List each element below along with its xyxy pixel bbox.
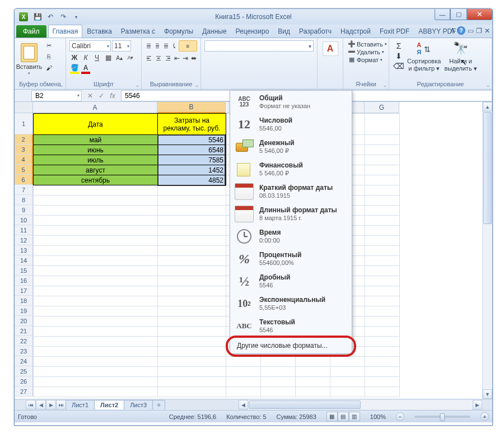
- rowhead-27[interactable]: 27: [15, 387, 33, 397]
- rowhead-19[interactable]: 19: [15, 306, 33, 316]
- align-center-button[interactable]: [155, 53, 162, 63]
- sheet-tab-1[interactable]: Лист1: [66, 400, 95, 409]
- help-icon[interactable]: ?: [457, 26, 465, 35]
- align-right-button[interactable]: [164, 53, 172, 63]
- fill-icon[interactable]: ⬇: [394, 52, 404, 60]
- format-fraction[interactable]: ½ Дробный5546: [230, 270, 352, 292]
- colhead-a[interactable]: A: [33, 102, 157, 113]
- format-general[interactable]: ABC 123 ОбщийФормат не указан: [230, 91, 352, 113]
- sheet-nav-last[interactable]: ⏭: [56, 400, 66, 409]
- rowhead-22[interactable]: 22: [15, 336, 33, 346]
- new-sheet-button[interactable]: ✧: [152, 400, 165, 410]
- cell-a5[interactable]: август: [34, 165, 158, 175]
- clear-icon[interactable]: ⌫: [394, 62, 404, 71]
- cell-b6[interactable]: 4852: [158, 175, 226, 185]
- format-scientific[interactable]: 102 Экспоненциальный5,55E+03: [230, 292, 352, 315]
- format-long-date[interactable]: Длинный формат даты8 марта 1915 г.: [230, 203, 352, 225]
- qat-redo-icon[interactable]: ↷: [58, 11, 69, 22]
- zoom-slider[interactable]: [414, 416, 470, 418]
- scroll-right-button[interactable]: ▶: [473, 400, 482, 409]
- sheet-nav-prev[interactable]: ◀: [36, 400, 46, 409]
- cell-b1[interactable]: Затраты нарекламу, тыс. руб.: [158, 114, 226, 135]
- rowhead-1[interactable]: 1: [15, 113, 33, 134]
- cell-a1[interactable]: Дата: [34, 114, 158, 135]
- zoom-in-button[interactable]: +: [480, 412, 489, 421]
- format-time[interactable]: Время0:00:00: [230, 225, 352, 248]
- zoom-level[interactable]: 100%: [370, 413, 386, 420]
- align-left-button[interactable]: [145, 53, 153, 63]
- cell-a3[interactable]: июнь: [34, 145, 158, 155]
- maximize-button[interactable]: ▢: [450, 9, 467, 20]
- insert-cells-button[interactable]: ➕Вставить▾: [348, 40, 384, 48]
- shrink-font-button[interactable]: A▾: [125, 53, 136, 63]
- minimize-button[interactable]: —: [435, 9, 450, 20]
- rowhead-23[interactable]: 23: [15, 346, 33, 356]
- tab-home[interactable]: Главная: [48, 25, 83, 38]
- tab-developer[interactable]: Разработч: [295, 25, 336, 38]
- tab-foxit[interactable]: Foxit PDF: [375, 25, 414, 38]
- enter-formula-icon[interactable]: ✓: [96, 92, 106, 100]
- align-middle-button[interactable]: [154, 41, 161, 51]
- delete-cells-button[interactable]: ➖Удалить▾: [348, 48, 384, 55]
- border-button[interactable]: ▦: [103, 53, 113, 63]
- rowhead-17[interactable]: 17: [15, 286, 33, 296]
- format-currency[interactable]: Денежный5 546,00 ₽: [230, 136, 352, 158]
- sort-filter-button[interactable]: ⇅ Сортировка и фильтр ▾: [407, 40, 441, 72]
- hscroll-thumb[interactable]: [249, 401, 361, 409]
- number-format-combo[interactable]: [204, 40, 314, 52]
- tab-data[interactable]: Данные: [198, 25, 231, 38]
- rowhead-12[interactable]: 12: [15, 235, 33, 245]
- format-number[interactable]: 12 Числовой5546,00: [230, 113, 352, 136]
- tab-pagelayout[interactable]: Разметка с: [116, 25, 160, 38]
- rowhead-6[interactable]: 6: [15, 175, 33, 185]
- colhead-g[interactable]: G: [365, 102, 399, 113]
- merge-button[interactable]: ⬌: [190, 53, 197, 63]
- underline-button[interactable]: Ч: [92, 53, 102, 63]
- increase-indent-button[interactable]: ⇥: [182, 53, 189, 63]
- rowhead-26[interactable]: 26: [15, 376, 33, 387]
- format-cells-button[interactable]: ▦Формат▾: [348, 56, 384, 63]
- grow-font-button[interactable]: A▴: [114, 53, 124, 63]
- qat-undo-icon[interactable]: ↶: [45, 11, 56, 22]
- scroll-down-button[interactable]: ▼: [483, 389, 492, 399]
- rowhead-20[interactable]: 20: [15, 316, 33, 326]
- cell-styles-button[interactable]: A: [323, 41, 338, 56]
- rowhead-13[interactable]: 13: [15, 245, 33, 255]
- qat-customize-icon[interactable]: ▾: [71, 11, 82, 22]
- colhead-b[interactable]: B: [157, 102, 226, 113]
- rowhead-18[interactable]: 18: [15, 296, 33, 306]
- decrease-indent-button[interactable]: ⇤: [174, 53, 180, 63]
- cell-a4[interactable]: июль: [34, 155, 158, 165]
- copy-icon[interactable]: ⎘: [43, 52, 54, 62]
- tab-review[interactable]: Рецензиро: [231, 25, 274, 38]
- cell-a6[interactable]: сентябрь: [34, 175, 158, 185]
- font-color-button[interactable]: A: [81, 64, 91, 74]
- doc-close-icon[interactable]: ✕: [484, 27, 490, 35]
- find-select-button[interactable]: 🔭 Найти и выделить ▾: [444, 40, 477, 72]
- align-bottom-button[interactable]: [162, 41, 170, 51]
- rowhead-25[interactable]: 25: [15, 366, 33, 376]
- view-pagelayout-button[interactable]: ▤: [338, 412, 349, 421]
- sheet-tab-2[interactable]: Лист2: [94, 400, 124, 409]
- font-name-combo[interactable]: Calibri: [69, 40, 111, 52]
- horizontal-scrollbar[interactable]: ◀ ▶: [239, 400, 482, 409]
- close-button[interactable]: ✕: [467, 9, 492, 20]
- rowhead-16[interactable]: 16: [15, 276, 33, 286]
- sheet-nav-first[interactable]: ⏮: [26, 400, 36, 409]
- orientation-button[interactable]: ⤹: [171, 41, 177, 51]
- fx-icon[interactable]: fx: [108, 92, 118, 100]
- rowhead-2[interactable]: 2: [15, 134, 33, 145]
- tab-file[interactable]: Файл: [16, 25, 46, 38]
- rowhead-3[interactable]: 3: [15, 145, 33, 155]
- scroll-thumb[interactable]: [483, 112, 492, 224]
- cell-b5[interactable]: 1452: [158, 165, 226, 175]
- rowhead-11[interactable]: 11: [15, 225, 33, 235]
- sheet-nav-next[interactable]: ▶: [46, 400, 56, 409]
- fill-color-button[interactable]: 🪣: [69, 64, 80, 74]
- qat-save-icon[interactable]: 💾: [32, 11, 43, 22]
- cell-b4[interactable]: 7585: [158, 155, 226, 165]
- tab-addins[interactable]: Надстрой: [336, 25, 375, 38]
- cell-b2[interactable]: 5546: [158, 135, 226, 145]
- paste-button[interactable]: Вставить ▾: [17, 39, 41, 80]
- cell-a2[interactable]: май: [34, 135, 158, 145]
